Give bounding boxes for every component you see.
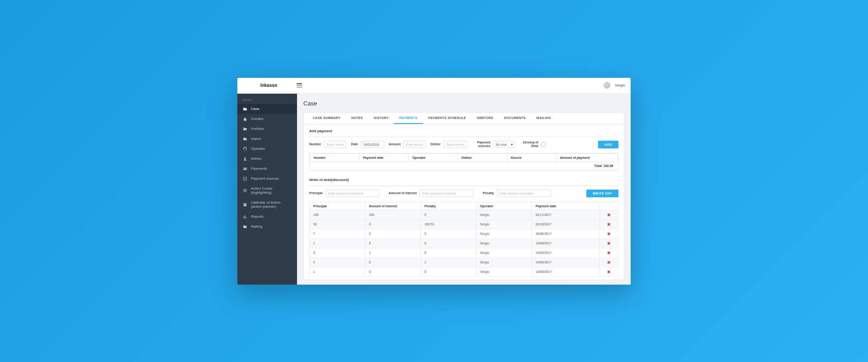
penalty-input[interactable] bbox=[497, 190, 551, 197]
interest-input[interactable] bbox=[420, 190, 474, 197]
tab-payments-schedule[interactable]: PAYMENTS SCHEDULE bbox=[423, 113, 472, 124]
sidebar-item-reports[interactable]: Reports bbox=[237, 212, 297, 222]
zeroing-label: Zeroing of Debt bbox=[519, 141, 538, 148]
cell-date: 02/11/2017 bbox=[532, 210, 599, 219]
table-row: 560109.53Sergio02/10/2017✖ bbox=[310, 219, 618, 229]
sources-label: Payment sources bbox=[472, 141, 491, 148]
username[interactable]: Sergio bbox=[615, 83, 625, 87]
divider bbox=[309, 137, 618, 137]
col-interest: Amount of interest bbox=[365, 202, 420, 210]
penalty-label: Penalty bbox=[483, 191, 494, 195]
sidebar-item-action-codes[interactable]: Action Codes (highlighting) bbox=[237, 184, 297, 198]
sidebar-item-label: Reports bbox=[251, 214, 264, 219]
cell-operator: Sergio bbox=[476, 210, 532, 219]
tab-documents[interactable]: DOCUMENTS bbox=[499, 113, 531, 124]
tab-case-summary[interactable]: CASE SUMMARY bbox=[307, 113, 346, 124]
menu-toggle-icon[interactable] bbox=[297, 83, 302, 87]
avatar[interactable] bbox=[604, 82, 610, 89]
delete-icon[interactable]: ✖ bbox=[607, 222, 611, 227]
folder-icon bbox=[243, 224, 247, 229]
number-input[interactable] bbox=[324, 141, 346, 148]
date-input[interactable] bbox=[361, 141, 384, 148]
sidebar-item-creditor[interactable]: Creditor bbox=[237, 114, 297, 124]
col-operator: Operator bbox=[476, 202, 532, 210]
folder-icon bbox=[243, 137, 247, 141]
cell-operator: Sergio bbox=[476, 257, 532, 267]
headset-icon bbox=[243, 147, 247, 151]
write-off-section: Write of debt(discount) Principal Amount… bbox=[304, 173, 624, 280]
sidebar-item-payments[interactable]: Payments bbox=[237, 164, 297, 174]
delete-icon[interactable]: ✖ bbox=[607, 213, 611, 217]
cell-interest: 1 bbox=[365, 248, 420, 257]
date-label: Date bbox=[351, 143, 358, 146]
topbar: Inkasso Sergio bbox=[237, 78, 631, 94]
sidebar-header: MENU bbox=[237, 94, 297, 104]
tab-mailing[interactable]: MAILING bbox=[531, 113, 557, 124]
delete-icon[interactable]: ✖ bbox=[607, 270, 611, 274]
delete-icon[interactable]: ✖ bbox=[607, 251, 611, 255]
sidebar-item-label: Debtor bbox=[251, 157, 262, 161]
cell-principal: 7 bbox=[310, 229, 365, 238]
cell-interest: 100 bbox=[365, 210, 420, 219]
user-icon bbox=[243, 157, 247, 161]
table-row: 100Sergio10/08/2017✖ bbox=[310, 238, 618, 248]
delete-icon[interactable]: ✖ bbox=[607, 232, 611, 236]
number-label: Number bbox=[309, 143, 321, 146]
cell-date: 10/08/2017 bbox=[532, 267, 599, 276]
sidebar-item-calendar[interactable]: Calendar of Action (action planner) bbox=[237, 198, 297, 212]
cell-interest: 0 bbox=[365, 257, 420, 267]
sidebar-item-portfolio[interactable]: Portfolio bbox=[237, 124, 297, 134]
cell-interest: 0 bbox=[365, 219, 420, 229]
principal-label: Principal bbox=[309, 191, 323, 195]
write-off-table: Principal Amount of interest Penalty Ope… bbox=[309, 202, 618, 277]
col-payment-date: Payment date bbox=[359, 153, 408, 162]
zeroing-checkbox[interactable] bbox=[541, 142, 546, 147]
tab-payments[interactable]: PAYMENTS bbox=[394, 113, 423, 124]
delete-icon[interactable]: ✖ bbox=[607, 260, 611, 265]
table-row: 100Sergio10/08/2017✖ bbox=[310, 267, 618, 276]
sidebar: MENU Case Creditor Portfolio Import Oper… bbox=[237, 94, 297, 285]
write-off-button[interactable]: WRITE OFF bbox=[586, 190, 618, 197]
tabs: CASE SUMMARY NOTES HISTORY PAYMENTS PAYM… bbox=[304, 113, 624, 124]
sidebar-item-label: Payments bbox=[251, 167, 267, 171]
check-square-icon bbox=[243, 176, 247, 181]
col-source: Source bbox=[507, 153, 556, 162]
amount-input[interactable] bbox=[403, 141, 426, 148]
tab-history[interactable]: HISTORY bbox=[368, 113, 394, 124]
cell-principal: 100 bbox=[310, 210, 365, 219]
grid-icon bbox=[243, 188, 247, 193]
sidebar-item-case[interactable]: Case bbox=[237, 104, 297, 114]
card-icon bbox=[243, 167, 247, 171]
sidebar-item-mailing[interactable]: Mailing bbox=[237, 222, 297, 232]
principal-input[interactable] bbox=[326, 190, 380, 197]
main-content: Case CASE SUMMARY NOTES HISTORY PAYMENTS… bbox=[297, 94, 631, 285]
sources-select[interactable]: No sour… bbox=[493, 141, 515, 148]
cell-penalty: 0 bbox=[420, 210, 476, 219]
cell-date: 10/08/2017 bbox=[532, 257, 599, 267]
col-payment-date: Payment date bbox=[532, 202, 599, 210]
brand-logo: Inkasso bbox=[243, 83, 295, 88]
cell-date: 10/08/2017 bbox=[532, 238, 599, 248]
cell-operator: Sergio bbox=[476, 229, 532, 238]
sidebar-item-debtor[interactable]: Debtor bbox=[237, 154, 297, 164]
table-row: 010Sergio10/08/2017✖ bbox=[310, 248, 618, 257]
sidebar-item-label: Mailing bbox=[251, 224, 262, 229]
sidebar-item-payment-sources[interactable]: Payment sources bbox=[237, 174, 297, 184]
col-number: Number bbox=[310, 153, 359, 162]
sidebar-item-operator[interactable]: Operator bbox=[237, 144, 297, 154]
case-card: CASE SUMMARY NOTES HISTORY PAYMENTS PAYM… bbox=[303, 112, 624, 280]
add-button[interactable]: ADD bbox=[598, 141, 618, 148]
tab-debtors[interactable]: DEBTORS bbox=[472, 113, 499, 124]
debtor-input[interactable] bbox=[443, 141, 467, 148]
sidebar-item-import[interactable]: Import bbox=[237, 134, 297, 144]
cell-penalty: 1 bbox=[420, 257, 476, 267]
sidebar-item-label: Creditor bbox=[251, 117, 264, 121]
total-cell: Total: 102.00 bbox=[310, 162, 618, 170]
tab-notes[interactable]: NOTES bbox=[346, 113, 368, 124]
cell-operator: Sergio bbox=[476, 219, 532, 229]
cell-principal: 0 bbox=[310, 248, 365, 257]
sidebar-item-label: Action Codes (highlighting) bbox=[251, 186, 292, 195]
table-row: 1001000Sergio02/11/2017✖ bbox=[310, 210, 618, 219]
delete-icon[interactable]: ✖ bbox=[607, 241, 611, 246]
sidebar-item-label: Portfolio bbox=[251, 127, 264, 131]
